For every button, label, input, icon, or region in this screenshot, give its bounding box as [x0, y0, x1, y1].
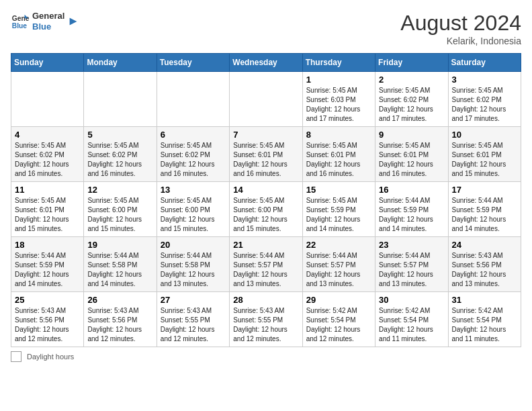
calendar-cell: 3Sunrise: 5:45 AM Sunset: 6:02 PM Daylig…	[448, 72, 521, 127]
day-info: Sunrise: 5:43 AM Sunset: 5:55 PM Dayligh…	[161, 306, 226, 344]
day-info: Sunrise: 5:45 AM Sunset: 6:00 PM Dayligh…	[161, 196, 226, 234]
day-info: Sunrise: 5:44 AM Sunset: 5:59 PM Dayligh…	[15, 251, 80, 289]
svg-marker-3	[70, 17, 77, 25]
calendar-week-row: 18Sunrise: 5:44 AM Sunset: 5:59 PM Dayli…	[11, 237, 521, 292]
calendar-cell: 6Sunrise: 5:45 AM Sunset: 6:02 PM Daylig…	[157, 127, 229, 182]
logo-arrow-icon	[67, 15, 79, 28]
day-number: 8	[306, 130, 371, 140]
calendar-cell: 4Sunrise: 5:45 AM Sunset: 6:02 PM Daylig…	[11, 127, 84, 182]
daylight-box-icon	[11, 351, 21, 362]
day-number: 4	[15, 130, 80, 140]
day-info: Sunrise: 5:45 AM Sunset: 6:01 PM Dayligh…	[15, 196, 80, 234]
day-info: Sunrise: 5:42 AM Sunset: 5:54 PM Dayligh…	[306, 306, 371, 344]
day-info: Sunrise: 5:45 AM Sunset: 6:00 PM Dayligh…	[233, 196, 298, 234]
day-of-week-header: Monday	[84, 54, 157, 72]
day-info: Sunrise: 5:45 AM Sunset: 6:02 PM Dayligh…	[15, 141, 80, 179]
calendar-table: SundayMondayTuesdayWednesdayThursdayFrid…	[11, 53, 521, 347]
day-number: 28	[233, 295, 298, 305]
calendar-cell: 20Sunrise: 5:44 AM Sunset: 5:58 PM Dayli…	[157, 237, 229, 292]
day-info: Sunrise: 5:43 AM Sunset: 5:56 PM Dayligh…	[452, 251, 517, 289]
calendar-cell: 9Sunrise: 5:45 AM Sunset: 6:01 PM Daylig…	[375, 127, 448, 182]
day-number: 31	[452, 295, 517, 305]
day-of-week-header: Wednesday	[230, 54, 302, 72]
day-info: Sunrise: 5:45 AM Sunset: 6:01 PM Dayligh…	[379, 141, 444, 179]
day-number: 3	[452, 75, 517, 85]
calendar-cell: 14Sunrise: 5:45 AM Sunset: 6:00 PM Dayli…	[230, 182, 302, 237]
calendar-cell: 5Sunrise: 5:45 AM Sunset: 6:02 PM Daylig…	[84, 127, 157, 182]
month-year-title: August 2024	[400, 11, 521, 36]
day-info: Sunrise: 5:44 AM Sunset: 5:57 PM Dayligh…	[379, 251, 444, 289]
day-info: Sunrise: 5:45 AM Sunset: 6:02 PM Dayligh…	[161, 141, 226, 179]
day-number: 14	[233, 185, 298, 195]
day-of-week-header: Thursday	[302, 54, 375, 72]
calendar-cell: 19Sunrise: 5:44 AM Sunset: 5:58 PM Dayli…	[84, 237, 157, 292]
calendar-cell: 22Sunrise: 5:44 AM Sunset: 5:57 PM Dayli…	[302, 237, 375, 292]
calendar-cell: 28Sunrise: 5:43 AM Sunset: 5:55 PM Dayli…	[230, 292, 302, 347]
calendar-cell	[84, 72, 157, 127]
calendar-cell: 16Sunrise: 5:44 AM Sunset: 5:59 PM Dayli…	[375, 182, 448, 237]
day-number: 23	[379, 240, 444, 250]
calendar-cell: 17Sunrise: 5:44 AM Sunset: 5:59 PM Dayli…	[448, 182, 521, 237]
day-number: 11	[15, 185, 80, 195]
day-of-week-header: Saturday	[448, 54, 521, 72]
day-number: 19	[87, 240, 152, 250]
calendar-cell: 31Sunrise: 5:42 AM Sunset: 5:54 PM Dayli…	[448, 292, 521, 347]
day-number: 16	[379, 185, 444, 195]
day-info: Sunrise: 5:45 AM Sunset: 6:01 PM Dayligh…	[233, 141, 298, 179]
logo-blue: Blue	[32, 21, 64, 32]
day-info: Sunrise: 5:45 AM Sunset: 6:02 PM Dayligh…	[379, 86, 444, 124]
day-number: 27	[161, 295, 226, 305]
calendar-week-row: 4Sunrise: 5:45 AM Sunset: 6:02 PM Daylig…	[11, 127, 521, 182]
footer: Daylight hours	[11, 351, 521, 362]
day-info: Sunrise: 5:45 AM Sunset: 6:02 PM Dayligh…	[87, 141, 152, 179]
logo-general: General	[32, 11, 64, 21]
day-info: Sunrise: 5:44 AM Sunset: 5:58 PM Dayligh…	[161, 251, 226, 289]
svg-text:Blue: Blue	[12, 22, 28, 30]
day-number: 22	[306, 240, 371, 250]
logo-icon: General Blue	[11, 12, 30, 31]
day-info: Sunrise: 5:44 AM Sunset: 5:59 PM Dayligh…	[452, 196, 517, 234]
calendar-week-row: 11Sunrise: 5:45 AM Sunset: 6:01 PM Dayli…	[11, 182, 521, 237]
calendar-cell: 2Sunrise: 5:45 AM Sunset: 6:02 PM Daylig…	[375, 72, 448, 127]
day-info: Sunrise: 5:44 AM Sunset: 5:59 PM Dayligh…	[379, 196, 444, 234]
daylight-label: Daylight hours	[27, 353, 74, 361]
day-number: 1	[306, 75, 371, 85]
calendar-cell: 8Sunrise: 5:45 AM Sunset: 6:01 PM Daylig…	[302, 127, 375, 182]
calendar-header-row: SundayMondayTuesdayWednesdayThursdayFrid…	[11, 54, 521, 72]
day-number: 6	[161, 130, 226, 140]
calendar-cell: 12Sunrise: 5:45 AM Sunset: 6:00 PM Dayli…	[84, 182, 157, 237]
day-info: Sunrise: 5:44 AM Sunset: 5:57 PM Dayligh…	[233, 251, 298, 289]
calendar-cell: 13Sunrise: 5:45 AM Sunset: 6:00 PM Dayli…	[157, 182, 229, 237]
calendar-cell: 11Sunrise: 5:45 AM Sunset: 6:01 PM Dayli…	[11, 182, 84, 237]
day-number: 12	[87, 185, 152, 195]
day-info: Sunrise: 5:44 AM Sunset: 5:57 PM Dayligh…	[306, 251, 371, 289]
calendar-cell: 26Sunrise: 5:43 AM Sunset: 5:56 PM Dayli…	[84, 292, 157, 347]
day-info: Sunrise: 5:43 AM Sunset: 5:55 PM Dayligh…	[233, 306, 298, 344]
day-number: 10	[452, 130, 517, 140]
calendar-week-row: 1Sunrise: 5:45 AM Sunset: 6:03 PM Daylig…	[11, 72, 521, 127]
calendar-cell: 23Sunrise: 5:44 AM Sunset: 5:57 PM Dayli…	[375, 237, 448, 292]
day-number: 26	[87, 295, 152, 305]
day-number: 29	[306, 295, 371, 305]
day-info: Sunrise: 5:43 AM Sunset: 5:56 PM Dayligh…	[87, 306, 152, 344]
day-info: Sunrise: 5:45 AM Sunset: 6:02 PM Dayligh…	[452, 86, 517, 124]
day-info: Sunrise: 5:45 AM Sunset: 6:01 PM Dayligh…	[306, 141, 371, 179]
day-info: Sunrise: 5:45 AM Sunset: 6:03 PM Dayligh…	[306, 86, 371, 124]
calendar-week-row: 25Sunrise: 5:43 AM Sunset: 5:56 PM Dayli…	[11, 292, 521, 347]
title-block: August 2024 Kelarik, Indonesia	[400, 11, 521, 46]
day-of-week-header: Sunday	[11, 54, 84, 72]
day-info: Sunrise: 5:42 AM Sunset: 5:54 PM Dayligh…	[379, 306, 444, 344]
day-info: Sunrise: 5:45 AM Sunset: 6:01 PM Dayligh…	[452, 141, 517, 179]
page-header: General Blue General Blue August 2024 Ke…	[11, 11, 521, 46]
day-of-week-header: Friday	[375, 54, 448, 72]
day-info: Sunrise: 5:43 AM Sunset: 5:56 PM Dayligh…	[15, 306, 80, 344]
calendar-cell: 7Sunrise: 5:45 AM Sunset: 6:01 PM Daylig…	[230, 127, 302, 182]
calendar-cell: 24Sunrise: 5:43 AM Sunset: 5:56 PM Dayli…	[448, 237, 521, 292]
svg-text:General: General	[12, 15, 30, 22]
calendar-cell: 29Sunrise: 5:42 AM Sunset: 5:54 PM Dayli…	[302, 292, 375, 347]
calendar-cell	[230, 72, 302, 127]
calendar-cell: 25Sunrise: 5:43 AM Sunset: 5:56 PM Dayli…	[11, 292, 84, 347]
day-info: Sunrise: 5:45 AM Sunset: 5:59 PM Dayligh…	[306, 196, 371, 234]
day-number: 21	[233, 240, 298, 250]
calendar-cell: 27Sunrise: 5:43 AM Sunset: 5:55 PM Dayli…	[157, 292, 229, 347]
